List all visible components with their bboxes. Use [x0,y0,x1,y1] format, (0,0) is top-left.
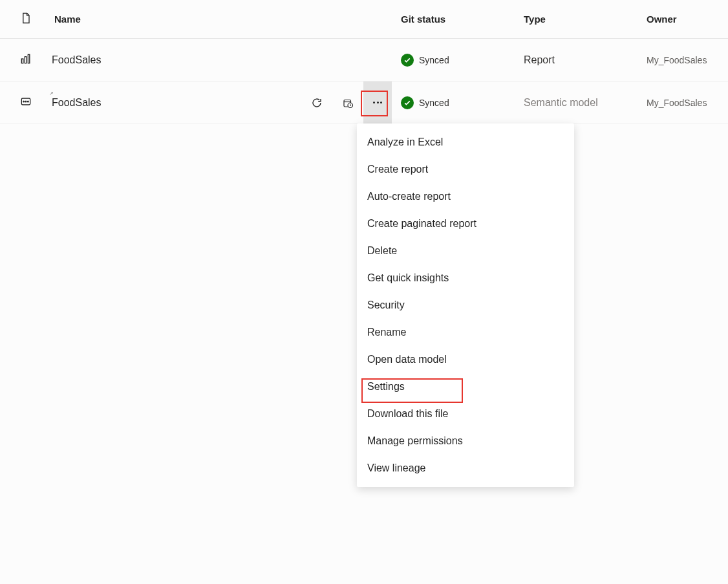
menu-create-report[interactable]: Create report [357,156,574,183]
semantic-model-icon [19,95,32,110]
item-type: Report [524,54,555,66]
item-type: Semantic model [524,97,598,109]
row-icon-cell [0,95,52,110]
item-owner[interactable]: My_FoodSales [647,98,707,108]
menu-open-data-model[interactable]: Open data model [357,346,574,373]
menu-download-this-file[interactable]: Download this file [357,400,574,427]
git-status: Synced [401,54,449,67]
header-owner[interactable]: Owner [647,14,677,25]
schedule-refresh-button[interactable] [332,81,363,124]
item-name[interactable]: FoodSales [52,97,102,109]
header-icon-col [0,12,52,27]
workspace-item-table: Name Git status Type Owner FoodSales [0,0,728,124]
table-row[interactable]: ↗ FoodSales Synced [0,81,728,124]
svg-rect-0 [21,59,23,63]
svg-point-4 [23,101,25,102]
synced-check-icon [401,54,414,67]
header-name[interactable]: Name [54,14,81,25]
svg-rect-1 [25,57,27,63]
menu-view-lineage[interactable]: View lineage [357,455,574,482]
menu-settings[interactable]: Settings [357,373,574,400]
svg-point-5 [25,101,27,102]
git-status-text: Synced [419,55,449,65]
svg-point-6 [28,101,29,102]
header-git-status[interactable]: Git status [401,14,445,25]
git-status-text: Synced [419,98,449,108]
header-type[interactable]: Type [524,14,546,25]
git-status: Synced [401,96,449,109]
file-icon [19,12,32,27]
refresh-button[interactable] [301,81,332,124]
link-indicator-icon: ↗ [49,91,54,96]
item-owner[interactable]: My_FoodSales [647,55,707,65]
more-options-button[interactable] [363,81,392,124]
menu-security[interactable]: Security [357,292,574,319]
item-name[interactable]: FoodSales [52,54,102,66]
synced-check-icon [401,96,414,109]
menu-get-quick-insights[interactable]: Get quick insights [357,265,574,292]
menu-delete[interactable]: Delete [357,237,574,265]
menu-rename[interactable]: Rename [357,319,574,346]
report-icon [19,52,32,67]
context-menu: Analyze in Excel Create report Auto-crea… [357,124,574,487]
menu-manage-permissions[interactable]: Manage permissions [357,427,574,455]
row-actions [301,81,392,124]
row-icon-cell [0,52,52,67]
table-header: Name Git status Type Owner [0,0,728,39]
menu-auto-create-report[interactable]: Auto-create report [357,183,574,210]
svg-rect-2 [28,54,30,63]
menu-analyze-in-excel[interactable]: Analyze in Excel [357,129,574,156]
menu-create-paginated-report[interactable]: Create paginated report [357,210,574,237]
table-row[interactable]: FoodSales Synced Report My_FoodSales [0,39,728,81]
